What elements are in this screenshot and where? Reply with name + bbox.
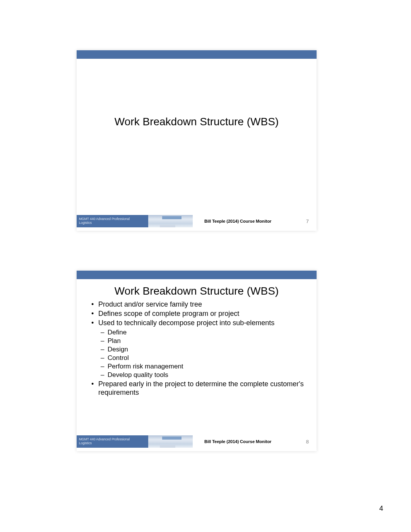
slide-content: Product and/or service family tree Defin… bbox=[88, 300, 305, 398]
bullet-text: Product and/or service family tree bbox=[98, 300, 202, 308]
sub-text: Define bbox=[108, 329, 127, 336]
footer-course-box: MGMT 440 Advanced Professional Logistics bbox=[77, 215, 148, 227]
bullet-item: Product and/or service family tree bbox=[91, 300, 305, 309]
footer-course-line2: Logistics bbox=[79, 442, 146, 445]
footer-graphic-bar bbox=[162, 437, 182, 440]
sub-text: Plan bbox=[108, 337, 121, 344]
slide-body: Work Breakdown Structure (WBS) Product a… bbox=[77, 279, 317, 432]
slide-8: Work Breakdown Structure (WBS) Product a… bbox=[77, 271, 317, 451]
slide-top-bar bbox=[77, 271, 317, 279]
page-number: 4 bbox=[379, 505, 383, 513]
footer-graphic-bar bbox=[162, 216, 182, 219]
slide-number: 8 bbox=[306, 439, 309, 445]
sub-item: Perform risk management bbox=[98, 362, 305, 371]
footer-monitor: Bill Teeple (2014) Course Monitor bbox=[204, 219, 271, 223]
sub-text: Control bbox=[108, 354, 129, 361]
slide-number: 7 bbox=[306, 218, 309, 224]
sub-item: Plan bbox=[98, 337, 305, 345]
sub-text: Design bbox=[108, 346, 128, 353]
sub-item: Control bbox=[98, 354, 305, 362]
footer-right: Bill Teeple (2014) Course Monitor 7 bbox=[193, 218, 317, 224]
slide-body: Work Breakdown Structure (WBS) bbox=[77, 59, 317, 211]
footer-graphic bbox=[148, 215, 193, 227]
slide-7: Work Breakdown Structure (WBS) MGMT 440 … bbox=[77, 50, 317, 231]
bullet-item: Prepared early in the project to determi… bbox=[91, 380, 305, 397]
slide-footer: MGMT 440 Advanced Professional Logistics… bbox=[77, 432, 317, 451]
slide-top-bar bbox=[77, 50, 317, 59]
sub-item: Design bbox=[98, 345, 305, 354]
bullet-text: Defines scope of complete program or pro… bbox=[98, 310, 239, 317]
footer-right: Bill Teeple (2014) Course Monitor 8 bbox=[193, 439, 317, 445]
footer-course-box: MGMT 440 Advanced Professional Logistics bbox=[77, 435, 148, 448]
footer-monitor: Bill Teeple (2014) Course Monitor bbox=[204, 439, 271, 444]
sub-text: Develop quality tools bbox=[108, 371, 168, 379]
sub-item: Define bbox=[98, 328, 305, 337]
bullet-text: Used to technically decompose project in… bbox=[98, 319, 274, 327]
sub-list: Define Plan Design Control Perform risk … bbox=[98, 328, 305, 380]
footer-graphic-bar2 bbox=[160, 445, 175, 448]
footer-graphic-bar2 bbox=[160, 225, 175, 227]
bullet-item: Used to technically decompose project in… bbox=[91, 319, 305, 380]
bullet-item: Defines scope of complete program or pro… bbox=[91, 310, 305, 318]
slide-footer: MGMT 440 Advanced Professional Logistics… bbox=[77, 211, 317, 231]
slide-title: Work Breakdown Structure (WBS) bbox=[88, 285, 305, 297]
sub-text: Perform risk management bbox=[108, 363, 183, 370]
bullet-list: Product and/or service family tree Defin… bbox=[91, 300, 305, 397]
footer-course-line2: Logistics bbox=[79, 221, 146, 225]
footer-graphic bbox=[148, 435, 193, 448]
bullet-text: Prepared early in the project to determi… bbox=[98, 380, 304, 396]
sub-item: Develop quality tools bbox=[98, 371, 305, 379]
slide-title: Work Breakdown Structure (WBS) bbox=[115, 116, 279, 128]
